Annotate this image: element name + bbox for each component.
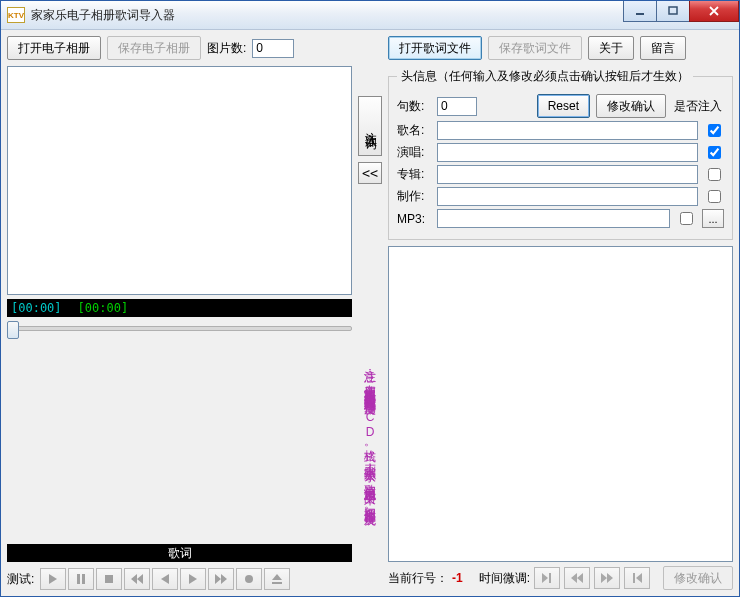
save-album-button[interactable]: 保存电子相册: [107, 36, 201, 60]
album-input[interactable]: [437, 165, 698, 184]
client-area: 打开电子相册 保存电子相册 图片数: [00:00] [00:00] 歌词 测试…: [1, 30, 739, 596]
pic-count-label: 图片数:: [207, 40, 246, 57]
cur-line-label: 当前行号：: [388, 570, 448, 587]
singer-label: 演唱:: [397, 144, 431, 161]
app-icon: KTV: [7, 7, 25, 23]
open-lyric-button[interactable]: 打开歌词文件: [388, 36, 482, 60]
next-button[interactable]: [208, 568, 234, 590]
mp3-input[interactable]: [437, 209, 670, 228]
play-button[interactable]: [40, 568, 66, 590]
message-button[interactable]: 留言: [640, 36, 686, 60]
maker-input[interactable]: [437, 187, 698, 206]
maker-inject-checkbox[interactable]: [708, 190, 721, 203]
svg-rect-8: [633, 573, 635, 583]
lyric-display: 歌词: [7, 544, 352, 562]
svg-rect-4: [105, 575, 113, 583]
confirm-line-button[interactable]: 修改确认: [663, 566, 733, 590]
back-button[interactable]: <<: [358, 162, 382, 184]
window-title: 家家乐电子相册歌词导入器: [31, 7, 175, 24]
lyric-list[interactable]: [388, 246, 733, 562]
pause-button[interactable]: [68, 568, 94, 590]
forward-button[interactable]: [180, 568, 206, 590]
svg-rect-6: [272, 582, 282, 584]
confirm-header-button[interactable]: 修改确认: [596, 94, 666, 118]
maker-label: 制作:: [397, 188, 431, 205]
inject-header-label: 是否注入: [672, 98, 724, 115]
sentence-label: 句数:: [397, 98, 431, 115]
header-info-group: 头信息（任何输入及修改必须点击确认按钮后才生效） 句数: Reset 修改确认 …: [388, 68, 733, 240]
pic-count-input[interactable]: [252, 39, 294, 58]
time-start-button[interactable]: [624, 567, 650, 589]
singer-input[interactable]: [437, 143, 698, 162]
time-back-button[interactable]: [564, 567, 590, 589]
song-input[interactable]: [437, 121, 698, 140]
time-a: [00:00]: [11, 301, 62, 315]
close-button[interactable]: [689, 1, 739, 22]
mid-panel: 注入歌词 << 注意：在使用家家乐电子相册转换视频时请选择使用VCD格式。否则字…: [356, 36, 384, 590]
reset-button[interactable]: Reset: [537, 94, 590, 118]
svg-rect-2: [77, 574, 80, 584]
singer-inject-checkbox[interactable]: [708, 146, 721, 159]
title-bar: KTV 家家乐电子相册歌词导入器: [1, 1, 739, 30]
stop-button[interactable]: [96, 568, 122, 590]
time-fwd-button[interactable]: [594, 567, 620, 589]
inject-lyric-button[interactable]: 注入歌词: [358, 96, 382, 156]
progress-slider[interactable]: [7, 317, 352, 544]
record-button[interactable]: [236, 568, 262, 590]
test-label: 测试:: [7, 571, 34, 588]
right-panel: 打开歌词文件 保存歌词文件 关于 留言 头信息（任何输入及修改必须点击确认按钮后…: [388, 36, 733, 590]
time-end-button[interactable]: [534, 567, 560, 589]
prev-button[interactable]: [124, 568, 150, 590]
cur-line-value: -1: [452, 571, 463, 585]
header-legend: 头信息（任何输入及修改必须点击确认按钮后才生效）: [397, 68, 693, 85]
about-button[interactable]: 关于: [588, 36, 634, 60]
mp3-inject-checkbox[interactable]: [680, 212, 693, 225]
mp3-label: MP3:: [397, 212, 431, 226]
svg-rect-1: [669, 7, 677, 14]
window-controls: [624, 1, 739, 22]
svg-rect-7: [549, 573, 551, 583]
album-label: 专辑:: [397, 166, 431, 183]
svg-rect-3: [82, 574, 85, 584]
time-bar: [00:00] [00:00]: [7, 299, 352, 317]
left-panel: 打开电子相册 保存电子相册 图片数: [00:00] [00:00] 歌词 测试…: [7, 36, 352, 590]
song-inject-checkbox[interactable]: [708, 124, 721, 137]
app-window: KTV 家家乐电子相册歌词导入器 打开电子相册 保存电子相册 图片数: [00:…: [0, 0, 740, 597]
album-inject-checkbox[interactable]: [708, 168, 721, 181]
eject-button[interactable]: [264, 568, 290, 590]
rewind-button[interactable]: [152, 568, 178, 590]
time-adj-label: 时间微调:: [479, 570, 530, 587]
time-b: [00:00]: [78, 301, 129, 315]
usage-note: 注意：在使用家家乐电子相册转换视频时请选择使用VCD格式。否则字体会太小，歌词信…: [363, 360, 377, 560]
album-list[interactable]: [7, 66, 352, 295]
save-lyric-button[interactable]: 保存歌词文件: [488, 36, 582, 60]
open-album-button[interactable]: 打开电子相册: [7, 36, 101, 60]
svg-point-5: [245, 575, 253, 583]
sentence-input[interactable]: [437, 97, 477, 116]
maximize-button[interactable]: [656, 1, 690, 22]
song-label: 歌名:: [397, 122, 431, 139]
mp3-browse-button[interactable]: ...: [702, 209, 724, 228]
minimize-button[interactable]: [623, 1, 657, 22]
svg-rect-0: [636, 13, 644, 15]
